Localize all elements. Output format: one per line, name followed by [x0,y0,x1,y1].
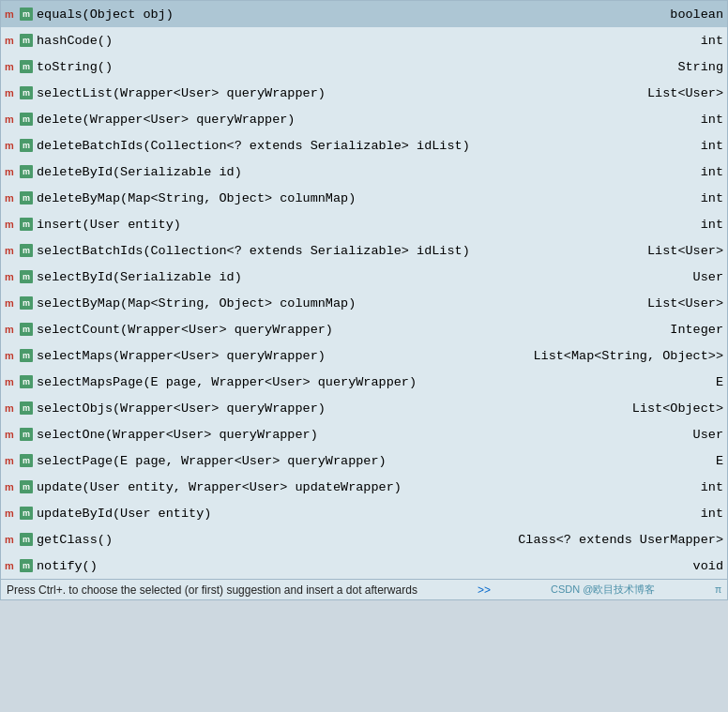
method-signature: selectOne(Wrapper<User> queryWrapper) [37,428,686,442]
method-signature: selectByMap(Map<String, Object> columnMa… [37,296,640,311]
suggestion-item[interactable]: mmtoString()String [1,53,727,80]
method-type-icon: m [20,139,33,152]
method-signature: deleteBatchIds(Collection<? extends Seri… [37,139,693,153]
method-modifier-icon: m [5,114,18,125]
method-type-icon: m [20,533,33,546]
method-modifier-icon: m [5,87,18,98]
method-modifier-icon: m [5,8,18,20]
return-type-label: List<User> [640,244,723,258]
watermark: CSDN @欧目技术博客 [551,583,655,597]
method-signature: insert(User entity) [37,218,693,232]
suggestion-item[interactable]: mmselectList(Wrapper<User> queryWrapper)… [1,80,727,106]
return-type-label: int [693,480,723,494]
method-signature: selectPage(E page, Wrapper<User> queryWr… [37,454,708,468]
return-type-label: List<Object> [625,401,723,416]
method-type-icon: m [20,559,33,572]
method-modifier-icon: m [5,219,18,230]
return-type-label: E [708,375,723,389]
return-type-label: String [670,60,723,74]
method-signature: update(User entity, Wrapper<User> update… [37,480,693,494]
method-signature: selectBatchIds(Collection<? extends Seri… [37,244,640,258]
return-type-label: int [693,139,723,153]
method-type-icon: m [20,8,33,21]
return-type-label: void [686,559,723,573]
method-signature: deleteByMap(Map<String, Object> columnMa… [37,191,693,205]
suggestion-item[interactable]: mmselectObjs(Wrapper<User> queryWrapper)… [1,395,727,421]
method-type-icon: m [20,296,33,310]
method-modifier-icon: m [5,350,18,361]
method-modifier-icon: m [5,192,18,204]
status-text: Press Ctrl+. to choose the selected (or … [7,583,417,597]
suggestion-item[interactable]: mmselectBatchIds(Collection<? extends Se… [1,237,727,264]
method-type-icon: m [20,349,33,362]
return-type-label: E [708,454,723,468]
method-signature: getClass() [37,533,510,547]
method-modifier-icon: m [5,376,18,387]
suggestion-item[interactable]: mmselectMapsPage(E page, Wrapper<User> q… [1,369,727,395]
method-type-icon: m [20,86,33,99]
method-signature: deleteById(Serializable id) [37,165,693,179]
return-type-label: Integer [662,323,723,337]
method-signature: selectMapsPage(E page, Wrapper<User> que… [37,375,708,389]
method-type-icon: m [20,34,33,47]
method-type-icon: m [20,218,33,231]
return-type-label: int [693,34,723,48]
method-type-icon: m [20,60,33,73]
method-modifier-icon: m [5,61,18,72]
suggestion-item[interactable]: mmhashCode()int [1,27,727,53]
method-modifier-icon: m [5,271,18,282]
method-modifier-icon: m [5,429,18,440]
method-modifier-icon: m [5,560,18,571]
method-signature: selectCount(Wrapper<User> queryWrapper) [37,323,662,337]
suggestion-item[interactable]: mmselectMaps(Wrapper<User> queryWrapper)… [1,342,727,369]
suggestion-item[interactable]: mminsert(User entity)int [1,211,727,237]
method-type-icon: m [20,507,33,520]
return-type-label: Class<? extends UserMapper> [510,533,723,547]
suggestion-item[interactable]: mmupdateById(User entity)int [1,500,727,526]
suggestion-item[interactable]: mmselectCount(Wrapper<User> queryWrapper… [1,316,727,342]
suggestion-item[interactable]: mmdelete(Wrapper<User> queryWrapper)int [1,106,727,132]
suggestion-item[interactable]: mmselectById(Serializable id)User [1,264,727,290]
suggestion-item[interactable]: mmdeleteBatchIds(Collection<? extends Se… [1,132,727,159]
method-type-icon: m [20,113,33,126]
status-link[interactable]: >> [478,583,491,597]
method-signature: hashCode() [37,34,693,48]
return-type-label: int [693,165,723,179]
return-type-label: User [686,428,723,442]
method-type-icon: m [20,428,33,441]
suggestion-item[interactable]: mmdeleteById(Serializable id)int [1,159,727,185]
method-signature: delete(Wrapper<User> queryWrapper) [37,113,693,127]
method-signature: selectObjs(Wrapper<User> queryWrapper) [37,401,625,416]
method-type-icon: m [20,480,33,493]
return-type-label: List<Map<String, Object>> [525,349,723,363]
method-signature: selectMaps(Wrapper<User> queryWrapper) [37,349,525,363]
corner-mark: π [715,584,721,596]
return-type-label: User [686,270,723,284]
return-type-label: int [693,218,723,232]
suggestion-item[interactable]: mmequals(Object obj)boolean [1,1,727,27]
method-modifier-icon: m [5,402,18,414]
return-type-label: boolean [662,8,723,22]
method-type-icon: m [20,191,33,205]
method-type-icon: m [20,375,33,388]
suggestion-item[interactable]: mmdeleteByMap(Map<String, Object> column… [1,185,727,211]
suggestion-item[interactable]: mmupdate(User entity, Wrapper<User> upda… [1,474,727,500]
suggestion-item[interactable]: mmselectPage(E page, Wrapper<User> query… [1,447,727,474]
method-modifier-icon: m [5,455,18,466]
suggestion-item[interactable]: mmnotify()void [1,553,727,579]
method-signature: selectById(Serializable id) [37,270,686,284]
method-signature: updateById(User entity) [37,507,693,521]
method-type-icon: m [20,244,33,257]
method-modifier-icon: m [5,166,18,177]
method-signature: selectList(Wrapper<User> queryWrapper) [37,86,640,100]
suggestion-list: mmequals(Object obj)booleanmmhashCode()i… [1,1,727,579]
status-bar: Press Ctrl+. to choose the selected (or … [1,579,727,599]
method-modifier-icon: m [5,245,18,256]
return-type-label: int [693,507,723,521]
method-modifier-icon: m [5,481,18,492]
suggestion-item[interactable]: mmselectByMap(Map<String, Object> column… [1,290,727,316]
method-signature: notify() [37,559,686,573]
suggestion-item[interactable]: mmgetClass()Class<? extends UserMapper> [1,526,727,553]
method-modifier-icon: m [5,324,18,335]
suggestion-item[interactable]: mmselectOne(Wrapper<User> queryWrapper)U… [1,421,727,447]
